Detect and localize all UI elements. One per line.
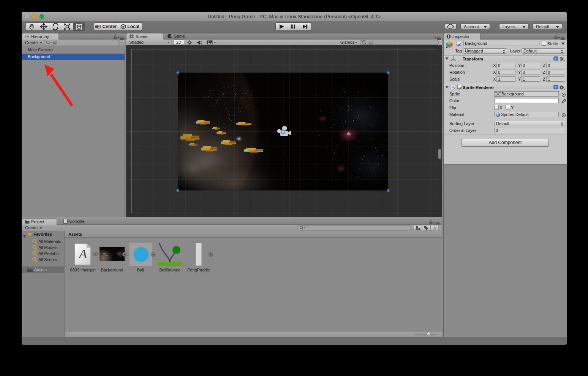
svg-text:?: ? [555,57,556,60]
svg-text:?: ? [555,86,556,89]
